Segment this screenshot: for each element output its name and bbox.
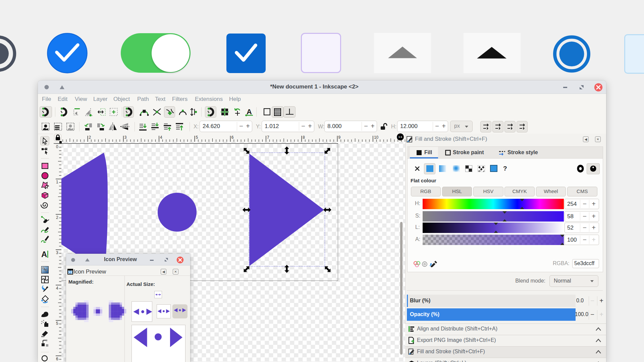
svg-text:9: 9 xyxy=(338,135,341,140)
svg-text:3: 3 xyxy=(56,250,58,255)
svg-text:1: 1 xyxy=(56,180,58,184)
svg-text:4: 4 xyxy=(56,286,58,290)
svg-text:7: 7 xyxy=(267,135,269,140)
svg-text:2: 2 xyxy=(89,135,91,140)
svg-text:A: A xyxy=(247,108,252,116)
svg-text:8: 8 xyxy=(303,135,305,140)
svg-text:10: 10 xyxy=(374,135,379,140)
svg-text:5: 5 xyxy=(56,321,58,326)
svg-text:A: A xyxy=(41,250,47,259)
svg-text:4: 4 xyxy=(160,135,162,140)
svg-text:3: 3 xyxy=(124,135,127,140)
svg-text:5: 5 xyxy=(196,135,198,140)
svg-text:0: 0 xyxy=(56,144,58,149)
svg-text:6: 6 xyxy=(231,135,234,140)
svg-text:6: 6 xyxy=(56,356,58,361)
svg-text:2: 2 xyxy=(56,215,58,220)
